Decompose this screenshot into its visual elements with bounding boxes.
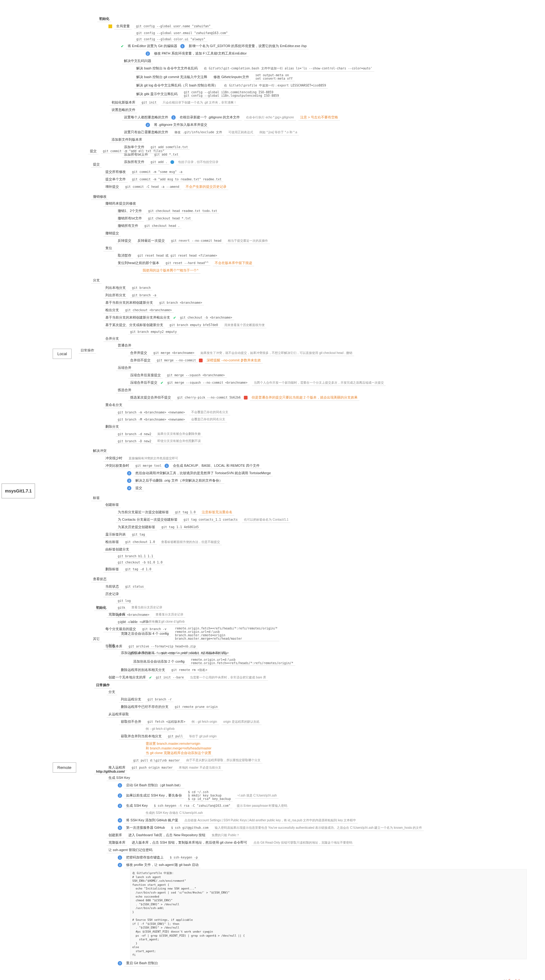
footer-brand: ✕ finalshares.com极分享 — [504, 978, 539, 980]
global-vars: 全局变量 — [114, 23, 132, 29]
root-node: msysGit1.7.1 — [2, 484, 35, 498]
remote-github: http://github.com/ 生成 SSH Key 1启动 Git Ba… — [93, 768, 527, 967]
local-init: 初始化 全局变量 git config --global user.name "… — [96, 16, 530, 166]
local-daily: 日常操作 提交 提交所有修改git commit -m "some msg" -… — [78, 161, 536, 657]
l1-remote: Remote — [52, 762, 76, 773]
remote-init: 初始化 克隆版本库 git clone <url>例：git clone d:\… — [93, 605, 527, 681]
remote-daily: 日常操作 分支 列出远程分支git branch -r 删除远程库中已经不存在的… — [93, 682, 527, 772]
l1-local: Local — [52, 349, 72, 359]
local-commit: 提交git commit -m "add all txt files" — [87, 148, 168, 155]
